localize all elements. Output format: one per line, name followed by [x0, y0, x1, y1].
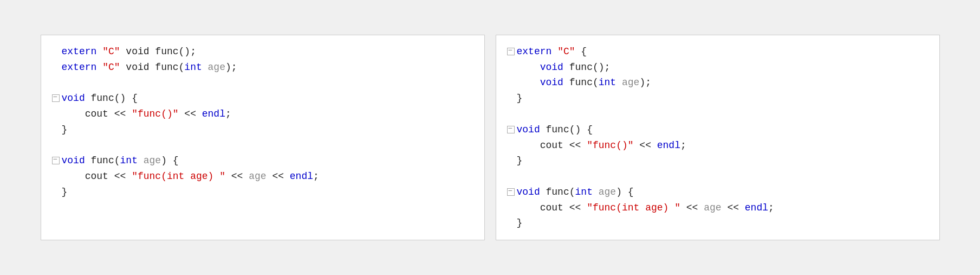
code-line: } [507, 153, 929, 169]
code-line: void func() { [507, 122, 929, 138]
code-line [507, 106, 929, 122]
code-line [52, 75, 473, 91]
code-line: void func(int age) { [52, 153, 473, 169]
code-line: void func(); [507, 60, 929, 75]
fold-indicator-icon[interactable] [52, 94, 60, 102]
code-line: cout << "func()" << endl; [52, 106, 473, 122]
fold-indicator-icon[interactable] [507, 126, 515, 133]
code-line: void func(int age); [507, 75, 929, 91]
code-line: extern "C" void func(int age); [52, 60, 473, 75]
right-panel: extern "C" { void func(); void func(int … [496, 35, 940, 241]
code-line [52, 138, 473, 154]
fold-indicator-icon[interactable] [52, 157, 60, 164]
main-container: extern "C" void func();extern "C" void f… [30, 24, 951, 252]
code-line: } [52, 122, 473, 138]
fold-indicator-icon[interactable] [507, 48, 515, 55]
code-line [507, 169, 929, 184]
code-line: void func() { [52, 91, 473, 106]
code-line: } [52, 184, 473, 200]
code-line: cout << "func()" << endl; [507, 138, 929, 154]
code-line: } [507, 215, 929, 231]
left-panel: extern "C" void func();extern "C" void f… [41, 35, 485, 241]
code-line: void func(int age) { [507, 184, 929, 200]
fold-indicator-icon[interactable] [507, 188, 515, 196]
code-line: cout << "func(int age) " << age << endl; [507, 200, 929, 216]
code-line: } [507, 91, 929, 106]
code-line: extern "C" void func(); [52, 44, 473, 60]
code-line: extern "C" { [507, 44, 929, 60]
code-line: cout << "func(int age) " << age << endl; [52, 169, 473, 184]
